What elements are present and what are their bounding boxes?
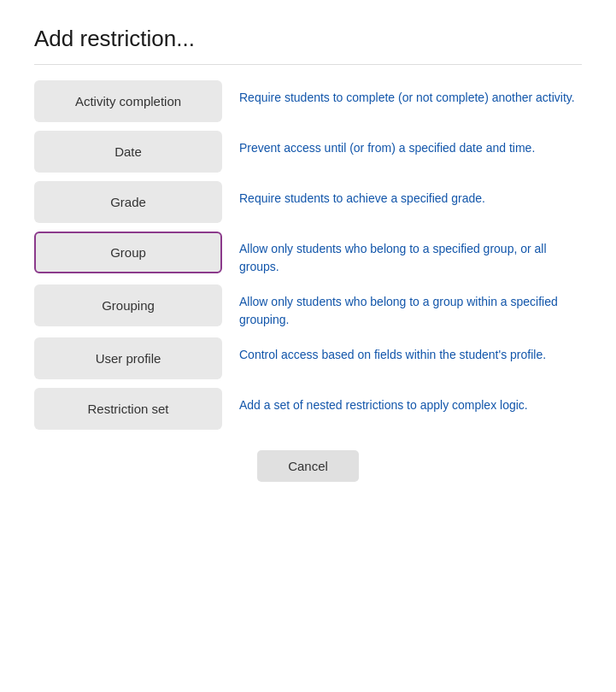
restriction-row: GroupingAllow only students who belong t… — [34, 284, 582, 329]
restriction-desc-group: Allow only students who belong to a spec… — [239, 232, 582, 276]
restriction-btn-activity-completion[interactable]: Activity completion — [34, 80, 222, 122]
restriction-row: Restriction setAdd a set of nested restr… — [34, 388, 582, 430]
restriction-desc-restriction-set: Add a set of nested restrictions to appl… — [239, 388, 582, 414]
restriction-row: Activity completionRequire students to c… — [34, 80, 582, 122]
restriction-desc-grade: Require students to achieve a specified … — [239, 181, 582, 208]
restrictions-list: Activity completionRequire students to c… — [34, 80, 582, 430]
restriction-desc-activity-completion: Require students to complete (or not com… — [239, 80, 582, 107]
restriction-btn-grade[interactable]: Grade — [34, 181, 222, 223]
restriction-desc-date: Prevent access until (or from) a specifi… — [239, 131, 582, 157]
restriction-btn-group[interactable]: Group — [34, 232, 222, 273]
restriction-desc-user-profile: Control access based on fields within th… — [239, 337, 582, 364]
restriction-btn-restriction-set[interactable]: Restriction set — [34, 388, 222, 430]
restriction-row: GradeRequire students to achieve a speci… — [34, 181, 582, 223]
cancel-row: Cancel — [34, 450, 582, 482]
restriction-desc-grouping: Allow only students who belong to a grou… — [239, 284, 582, 329]
restriction-row: DatePrevent access until (or from) a spe… — [34, 131, 582, 173]
restriction-row: GroupAllow only students who belong to a… — [34, 232, 582, 276]
cancel-button[interactable]: Cancel — [257, 450, 359, 482]
restriction-btn-date[interactable]: Date — [34, 131, 222, 173]
restriction-btn-user-profile[interactable]: User profile — [34, 337, 222, 379]
restriction-btn-grouping[interactable]: Grouping — [34, 284, 222, 326]
restriction-row: User profileControl access based on fiel… — [34, 337, 582, 379]
dialog-title: Add restriction... — [34, 26, 582, 65]
